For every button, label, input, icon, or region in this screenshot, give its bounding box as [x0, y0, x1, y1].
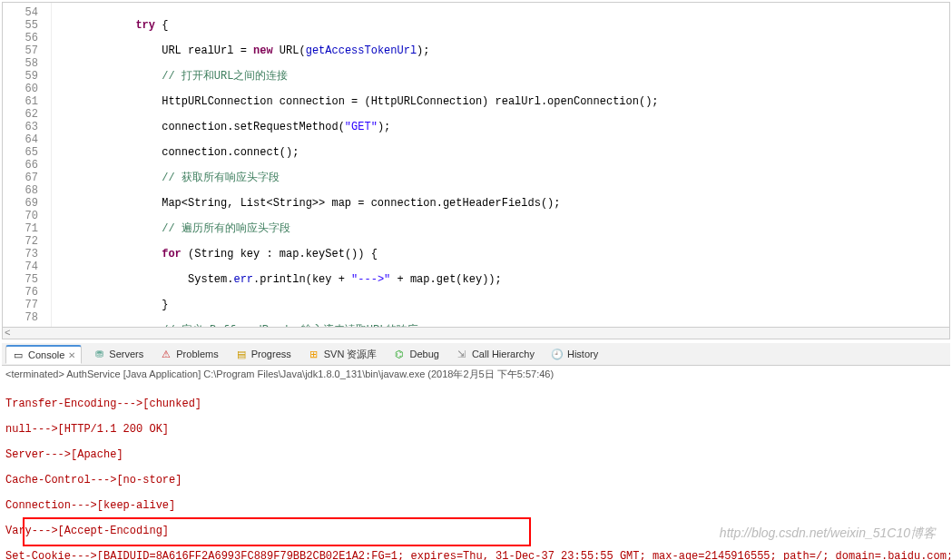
- tab-label: Servers: [109, 349, 143, 359]
- svn-icon: ⊞: [308, 348, 320, 360]
- tab-console[interactable]: ▭ Console ✕: [5, 345, 82, 364]
- tab-call-hierarchy[interactable]: ⇲ Call Hierarchy: [450, 346, 540, 362]
- tab-servers[interactable]: ⛃ Servers: [87, 346, 149, 362]
- tab-label: Progress: [251, 349, 291, 359]
- console-output[interactable]: Transfer-Encoding--->[chunked] null--->[…: [2, 383, 950, 560]
- bottom-tab-bar: ▭ Console ✕ ⛃ Servers ⚠ Problems ▤ Progr…: [2, 343, 950, 366]
- tab-progress[interactable]: ▤ Progress: [230, 346, 297, 362]
- editor-horizontal-scrollbar[interactable]: <: [3, 327, 949, 339]
- debug-icon: ⌬: [393, 348, 406, 360]
- tab-label: Call Hierarchy: [472, 349, 535, 359]
- scroll-left-icon[interactable]: <: [5, 328, 11, 339]
- close-icon[interactable]: ✕: [68, 350, 75, 360]
- tab-svn[interactable]: ⊞ SVN 资源库: [302, 346, 383, 363]
- line-gutter: 5455565758596061626364656667686970717273…: [3, 3, 52, 327]
- tab-problems[interactable]: ⚠ Problems: [154, 346, 223, 362]
- tab-label: Problems: [176, 349, 218, 359]
- tab-label: Debug: [409, 349, 438, 359]
- progress-icon: ▤: [235, 348, 248, 360]
- console-icon: ▭: [12, 349, 25, 361]
- problems-icon: ⚠: [160, 348, 172, 360]
- tab-debug[interactable]: ⌬ Debug: [388, 346, 444, 362]
- code-editor[interactable]: 5455565758596061626364656667686970717273…: [2, 2, 950, 339]
- terminated-label: <terminated> AuthService [Java Applicati…: [2, 366, 950, 383]
- code-content[interactable]: try { URL realUrl = new URL(getAccessTok…: [52, 3, 949, 327]
- servers-icon: ⛃: [93, 348, 105, 360]
- tab-label: SVN 资源库: [324, 348, 378, 361]
- tab-history[interactable]: 🕘 History: [545, 346, 604, 362]
- history-icon: 🕘: [551, 348, 564, 360]
- call-hierarchy-icon: ⇲: [456, 348, 468, 360]
- tab-label: History: [567, 349, 598, 359]
- tab-label: Console: [28, 349, 64, 360]
